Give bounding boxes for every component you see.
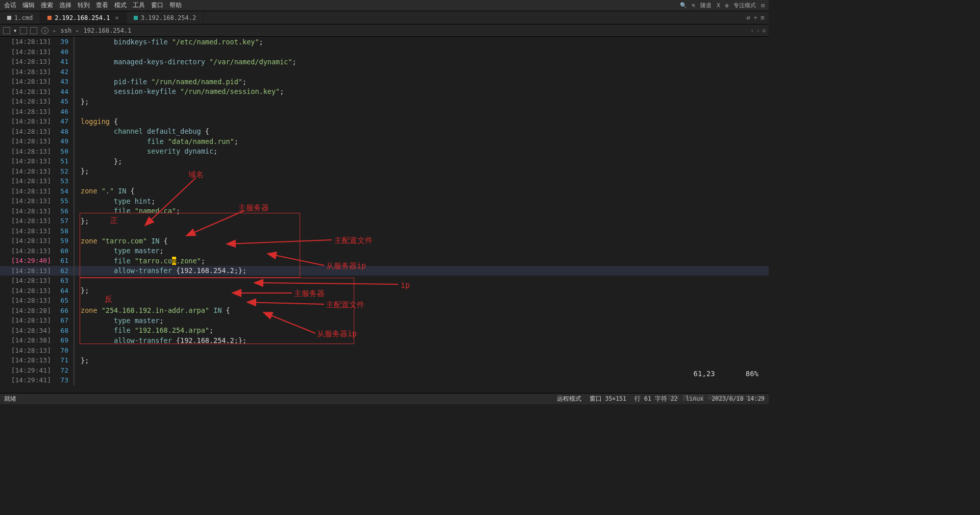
menu-item[interactable]: 帮助 <box>169 1 182 10</box>
menu-item[interactable]: 工具 <box>133 1 145 10</box>
status-ready: 就绪 <box>4 395 16 403</box>
code-line[interactable]: [14:28:13]39 bindkeys-file "/etc/named.r… <box>0 37 769 47</box>
code-line[interactable]: [14:28:13]51 }; <box>0 156 769 166</box>
target-icon[interactable]: ✪ <box>725 2 729 9</box>
timestamp: [14:28:13] <box>0 287 55 295</box>
line-number: 45 <box>55 97 74 105</box>
menu-item[interactable]: 转到 <box>78 1 90 10</box>
gutter <box>74 107 75 117</box>
timestamp: [14:28:13] <box>0 58 55 65</box>
scroll-percent-text: 86% <box>746 370 758 378</box>
menu-item[interactable]: 查看 <box>96 1 108 10</box>
timestamp: [14:29:40] <box>0 257 55 264</box>
timestamp: [14:28:13] <box>0 227 55 235</box>
breadcrumb-ssh[interactable]: ssh <box>60 27 71 34</box>
code-line[interactable]: [14:28:13]46 <box>0 107 769 117</box>
tab-scroll-icon[interactable]: ⇄ <box>747 14 751 21</box>
chevron-right-icon[interactable]: › <box>756 27 760 34</box>
timestamp: [14:28:13] <box>0 237 55 244</box>
gutter <box>74 176 75 186</box>
menu-bar: 会话编辑搜索选择转到查看模式工具窗口帮助 🔍 ⇱ 隧道 X ✪ 专注模式 ⊡ <box>0 0 769 11</box>
line-number: 59 <box>55 237 74 244</box>
tab-label: 2.192.168.254.1 <box>55 14 110 21</box>
code-line[interactable]: [14:28:13]71}; <box>0 355 769 365</box>
code-line[interactable]: [14:28:13]42 <box>0 67 769 77</box>
panel-icon[interactable]: ⊡ <box>761 2 765 9</box>
line-number: 63 <box>55 277 74 284</box>
code-line[interactable]: [14:28:13]70 <box>0 346 769 356</box>
tab[interactable]: 1.cmd <box>0 11 40 24</box>
breadcrumb-sep: ▸ <box>76 27 79 34</box>
code-line[interactable]: [14:28:13]54zone "." IN { <box>0 186 769 197</box>
menu-item[interactable]: 编辑 <box>22 1 35 10</box>
line-number: 39 <box>55 38 74 45</box>
tab[interactable]: 3.192.168.254.2 <box>127 11 204 24</box>
breadcrumb-icons: ▾ <box>3 27 37 34</box>
code-line[interactable]: [14:28:13]55 type hint; <box>0 196 769 206</box>
code-line[interactable]: [14:28:13]41 managed-keys-directory "/va… <box>0 57 769 67</box>
code-line[interactable]: [14:28:13]44 session-keyfile "/run/named… <box>0 87 769 97</box>
menu-item[interactable]: 搜索 <box>41 1 53 10</box>
line-number: 66 <box>55 307 74 314</box>
annotation-label: 正 <box>110 216 118 226</box>
line-number: 61 <box>55 257 74 264</box>
code-line[interactable]: [14:28:13]52}; <box>0 166 769 177</box>
line-number: 56 <box>55 207 74 215</box>
code-line[interactable]: [14:29:41]72 <box>0 365 769 376</box>
menu-item[interactable]: 会话 <box>4 1 16 10</box>
editor[interactable]: [14:28:13]39 bindkeys-file "/etc/named.r… <box>0 37 769 393</box>
timestamp: [14:29:41] <box>0 376 55 384</box>
code-line[interactable]: [14:28:13]48 channel default_debug { <box>0 127 769 137</box>
annotation-label: ip <box>401 281 410 290</box>
x-icon[interactable]: X <box>717 2 720 9</box>
info-icon[interactable]: i <box>41 27 48 34</box>
tab[interactable]: 2.192.168.254.1× <box>40 11 127 24</box>
tunnel-label[interactable]: 隧道 <box>700 2 712 9</box>
breadcrumb-ip[interactable]: 192.168.254.1 <box>83 27 131 34</box>
code-line[interactable]: [14:28:13]50 severity dynamic; <box>0 146 769 157</box>
line-number: 47 <box>55 117 74 125</box>
timestamp: [14:28:13] <box>0 97 55 105</box>
code-line[interactable]: [14:28:13]40 <box>0 47 769 57</box>
search-icon[interactable]: 🔍 <box>680 2 687 9</box>
add-tab-icon[interactable]: + <box>753 14 757 21</box>
timestamp: [14:28:34] <box>0 327 55 334</box>
timestamp: [14:28:13] <box>0 297 55 304</box>
panel-right-icon[interactable] <box>20 27 27 34</box>
annotation-box <box>80 278 354 344</box>
gutter <box>74 365 75 376</box>
chevron-icon[interactable]: ▾ <box>13 27 17 34</box>
menu-icon[interactable]: ≡ <box>762 27 766 34</box>
code-line[interactable]: [14:28:13]49 file "data/named.run"; <box>0 136 769 146</box>
pin-icon[interactable]: ⇱ <box>692 2 696 9</box>
code-line[interactable]: [14:28:13]45}; <box>0 96 769 107</box>
code-content: zone "." IN { <box>75 187 135 195</box>
line-number: 52 <box>55 167 74 175</box>
timestamp: [14:28:28] <box>0 307 55 314</box>
breadcrumb-bar: ▾ i ▸ ssh ▸ 192.168.254.1 ‹ › ≡ <box>0 24 769 37</box>
timestamp: [14:28:13] <box>0 277 55 284</box>
line-number: 48 <box>55 128 74 135</box>
menu-item[interactable]: 选择 <box>59 1 71 10</box>
code-line[interactable]: [14:28:13]53 <box>0 176 769 186</box>
chevron-left-icon[interactable]: ‹ <box>750 27 754 34</box>
code-line[interactable]: [14:29:41]73 <box>0 375 769 385</box>
annotation-label: 反 <box>105 295 112 304</box>
line-number: 58 <box>55 227 74 235</box>
tab-dot-icon <box>7 16 11 20</box>
code-line[interactable]: [14:28:13]47logging { <box>0 116 769 127</box>
line-number: 64 <box>55 287 74 295</box>
panel-split-icon[interactable] <box>30 27 37 34</box>
menu-item[interactable]: 模式 <box>114 1 127 10</box>
panel-left-icon[interactable] <box>3 27 10 34</box>
code-line[interactable]: [14:28:13]43 pid-file "/run/named/named.… <box>0 77 769 87</box>
timestamp: [14:28:13] <box>0 157 55 165</box>
close-icon[interactable]: × <box>115 14 119 21</box>
tab-menu-icon[interactable]: ≡ <box>761 14 765 21</box>
cursor-position: 61,23 86% <box>694 370 758 378</box>
status-bar: 就绪 远程模式 窗口 35×151 行 61 字符 22 linux 2023/… <box>0 393 769 404</box>
timestamp: [14:28:13] <box>0 207 55 215</box>
focus-mode-label[interactable]: 专注模式 <box>733 2 756 9</box>
menu-item[interactable]: 窗口 <box>151 1 163 10</box>
timestamp: [14:28:13] <box>0 38 55 45</box>
